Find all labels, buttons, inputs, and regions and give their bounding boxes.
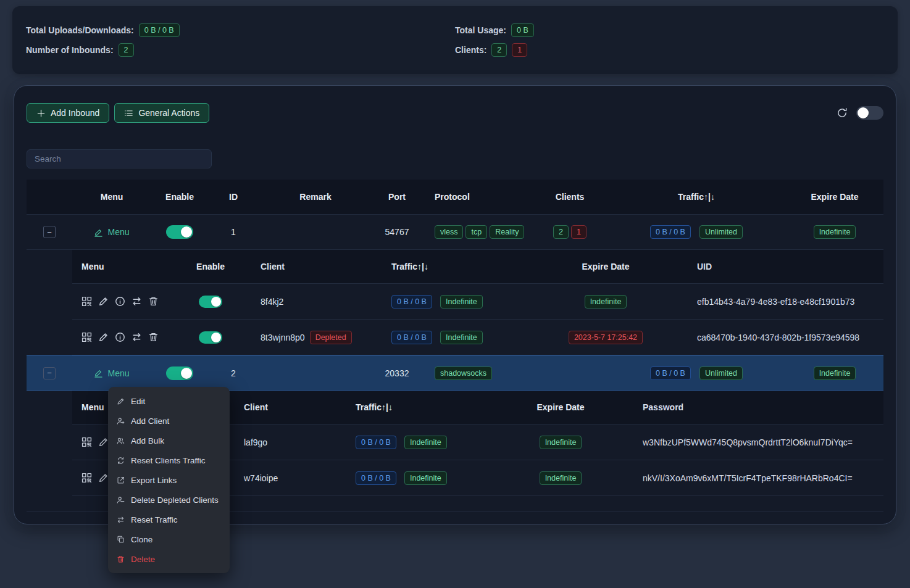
number-of-inbounds-value: 2 [119, 43, 134, 57]
context-menu-reset-clients-traffic[interactable]: Reset Clients Traffic [108, 450, 230, 470]
context-menu-export-links[interactable]: Export Links [108, 470, 230, 490]
context-menu-add-client[interactable]: Add Client [108, 411, 230, 431]
header-traffic: Traffic↑|↓ [607, 192, 786, 202]
general-actions-button[interactable]: General Actions [114, 103, 209, 123]
client-name: 8f4kj2 [261, 297, 283, 307]
reset-icon [117, 457, 125, 465]
context-menu-edit[interactable]: Edit [108, 391, 230, 411]
qr-code-icon[interactable] [81, 296, 92, 307]
refresh-button[interactable] [837, 107, 848, 118]
plus-icon [36, 109, 46, 118]
client-traffic-total: Indefinite [440, 331, 483, 344]
edit-client-icon[interactable] [98, 332, 109, 342]
sub-table-spacer [27, 250, 72, 355]
trash-icon [117, 555, 125, 563]
collapse-inbound-1-button[interactable]: − [43, 226, 56, 238]
reset-client-traffic-icon[interactable] [131, 296, 142, 307]
inbound-1-clients-table: Menu Enable Client Traffic↑|↓ Expire Dat… [72, 250, 883, 355]
client-expire-badge: Indefinite [585, 295, 627, 308]
context-menu-edit-label: Edit [131, 397, 145, 406]
header-id: ID [208, 192, 259, 202]
inbound-1-expire-badge: Indefinite [814, 225, 856, 239]
security-badge: Reality [490, 225, 524, 239]
inbound-1-port: 54767 [372, 227, 422, 237]
client-header-password: Password [638, 402, 883, 412]
header-remark: Remark [259, 192, 372, 202]
search-row [27, 149, 883, 168]
transport-badge: tcp [465, 225, 487, 239]
client-name: w74ioipe [244, 473, 278, 483]
delete-client-icon[interactable] [148, 332, 159, 342]
client-enable-toggle[interactable] [199, 296, 222, 308]
client-header-expire: Expire Date [525, 262, 686, 271]
client-header-menu: Menu [72, 262, 186, 271]
inbound-row-2: − Menu 2 20332 shadowsocks 0 B / 0 B Unl… [27, 355, 883, 391]
add-inbound-label: Add Inbound [51, 108, 99, 118]
header-protocol: Protocol [422, 192, 533, 202]
context-menu-export-links-label: Export Links [131, 476, 177, 485]
client-header-enable: Enable [186, 262, 235, 271]
inbound-1-enable-toggle[interactable] [166, 225, 193, 239]
inbound-2-enable-toggle[interactable] [166, 366, 193, 380]
user-add-icon [117, 417, 125, 425]
client-enable-toggle[interactable] [199, 331, 222, 344]
client-actions [72, 332, 186, 342]
general-actions-label: General Actions [138, 108, 199, 118]
client-traffic-updown: 0 B / 0 B [391, 331, 432, 344]
inbound-2-menu-label: Menu [107, 368, 129, 378]
inbound-2-menu-trigger[interactable]: Menu [94, 368, 129, 378]
client-row-8f4kj2: 8f4kj2 0 B / 0 B Indefinite Indefinite e… [72, 284, 883, 320]
context-menu-add-bulk[interactable]: Add Bulk [108, 431, 230, 450]
total-usage-value: 0 B [511, 23, 534, 37]
stat-clients: Clients: 2 1 [455, 43, 884, 57]
inbound-1-id: 1 [208, 227, 259, 237]
info-icon[interactable] [115, 296, 125, 307]
context-menu-delete-depleted-clients[interactable]: Delete Depleted Clients [108, 490, 230, 510]
client-header-client: Client [230, 402, 341, 412]
context-menu-delete-label: Delete [131, 555, 155, 564]
qr-code-icon[interactable] [81, 473, 92, 483]
auto-refresh-toggle[interactable] [856, 106, 883, 120]
total-uploads-downloads-label: Total Uploads/Downloads: [26, 25, 134, 35]
inbound-1-menu-trigger[interactable]: Menu [94, 227, 129, 237]
swap-icon [117, 516, 125, 524]
client-traffic-updown: 0 B / 0 B [356, 436, 396, 449]
user-group-add-icon [117, 437, 125, 445]
reset-client-traffic-icon[interactable] [131, 332, 142, 342]
context-menu-reset-traffic[interactable]: Reset Traffic [108, 510, 230, 529]
context-menu-delete[interactable]: Delete [108, 549, 230, 569]
edit-client-icon[interactable] [98, 473, 109, 483]
qr-code-icon[interactable] [81, 332, 92, 342]
client-expire-badge: Indefinite [540, 471, 582, 485]
stats-card: Total Uploads/Downloads: 0 B / 0 B Total… [12, 6, 898, 74]
client-traffic-total: Indefinite [440, 295, 483, 308]
qr-code-icon[interactable] [81, 437, 92, 447]
search-input[interactable] [27, 149, 212, 168]
inbound-2-id: 2 [208, 368, 259, 378]
edit-client-icon[interactable] [98, 296, 109, 307]
client-actions [72, 296, 186, 307]
client-name: laf9go [244, 437, 267, 447]
add-inbound-button[interactable]: Add Inbound [27, 103, 109, 123]
inbounds-table-header: Menu Enable ID Remark Port Protocol Clie… [27, 180, 883, 215]
client-traffic-total: Indefinite [404, 436, 447, 449]
inbound-context-menu: Edit Add Client Add Bulk Reset Clients T… [108, 387, 230, 573]
context-menu-delete-depleted-clients-label: Delete Depleted Clients [131, 495, 219, 505]
inbound-2-port: 20332 [372, 368, 422, 378]
client-password: nkV/I/3XoAm9v6xMT/T5IcrF4TpeTKF98rHARbRo… [638, 473, 883, 483]
context-menu-clone[interactable]: Clone [108, 529, 230, 549]
client-traffic-updown: 0 B / 0 B [391, 295, 432, 308]
delete-client-icon[interactable] [148, 296, 159, 307]
inbound-row-1: − Menu 1 54767 vless tcp Reality 2 1 0 [27, 215, 883, 250]
edit-client-icon[interactable] [98, 437, 109, 447]
protocol-badge: vless [435, 225, 463, 239]
inbound-1-clients-section: Menu Enable Client Traffic↑|↓ Expire Dat… [27, 250, 883, 355]
info-icon[interactable] [115, 332, 125, 342]
collapse-inbound-2-button[interactable]: − [43, 367, 56, 379]
inbound-1-traffic-updown: 0 B / 0 B [650, 225, 691, 239]
inbound-2-expire-badge: Indefinite [814, 366, 856, 380]
client-header-uid: UID [686, 262, 883, 271]
clients-depleted-count: 1 [512, 43, 527, 57]
toolbar: Add Inbound General Actions [27, 103, 883, 123]
client-header-traffic: Traffic↑|↓ [377, 262, 525, 271]
